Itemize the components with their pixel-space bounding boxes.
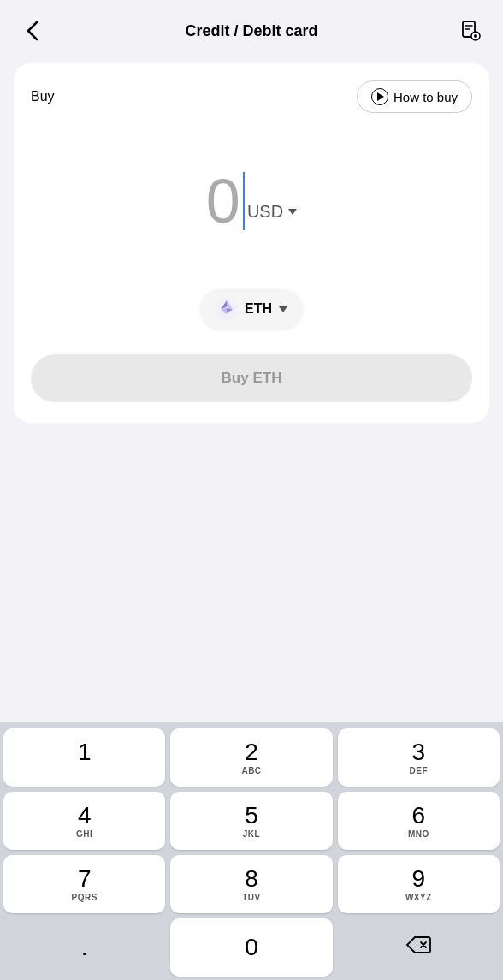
back-button[interactable] xyxy=(17,15,48,46)
key-2[interactable]: 2 ABC xyxy=(170,728,332,787)
key-0[interactable]: 0 xyxy=(170,918,332,977)
buy-eth-button[interactable]: Buy ETH xyxy=(31,354,472,402)
key-8[interactable]: 8 TUV xyxy=(170,855,332,913)
amount-row: 0 USD xyxy=(206,170,297,232)
svg-point-2 xyxy=(474,34,477,38)
page-title: Credit / Debit card xyxy=(48,22,455,40)
buy-card: Buy How to buy 0 USD xyxy=(14,63,489,423)
amount-area: 0 USD xyxy=(31,122,472,272)
eth-selector-area: ETH xyxy=(31,289,472,329)
numeric-keyboard: 1 2 ABC 3 DEF 4 GHI 5 JKL 6 MNO 7 PQRS 8… xyxy=(0,722,503,980)
how-to-buy-button[interactable]: How to buy xyxy=(357,80,472,113)
play-triangle xyxy=(377,92,384,101)
card-top-row: Buy How to buy xyxy=(31,80,472,113)
cursor-line xyxy=(243,172,245,230)
key-6[interactable]: 6 MNO xyxy=(338,792,500,850)
key-9[interactable]: 9 WXYZ xyxy=(338,855,500,913)
key-dot[interactable]: . xyxy=(3,918,165,977)
buy-label: Buy xyxy=(31,89,55,104)
key-3[interactable]: 3 DEF xyxy=(338,728,500,787)
key-1[interactable]: 1 xyxy=(3,728,165,787)
delete-icon xyxy=(405,935,431,959)
eth-label: ETH xyxy=(245,301,272,317)
key-4[interactable]: 4 GHI xyxy=(3,792,165,850)
currency-label: USD xyxy=(247,202,283,222)
key-5[interactable]: 5 JKL xyxy=(170,792,332,850)
key-7[interactable]: 7 PQRS xyxy=(3,855,165,913)
eth-chevron-icon xyxy=(279,306,287,312)
eth-selector-button[interactable]: ETH xyxy=(200,289,303,329)
chevron-down-icon xyxy=(288,209,297,215)
key-delete[interactable] xyxy=(338,918,500,977)
play-icon xyxy=(371,88,388,105)
how-to-buy-label: How to buy xyxy=(394,90,458,104)
receipt-settings-button[interactable] xyxy=(455,15,486,46)
amount-value: 0 xyxy=(206,170,240,232)
eth-logo xyxy=(216,298,238,320)
currency-selector[interactable]: USD xyxy=(247,202,297,232)
header: Credit / Debit card xyxy=(0,0,503,55)
